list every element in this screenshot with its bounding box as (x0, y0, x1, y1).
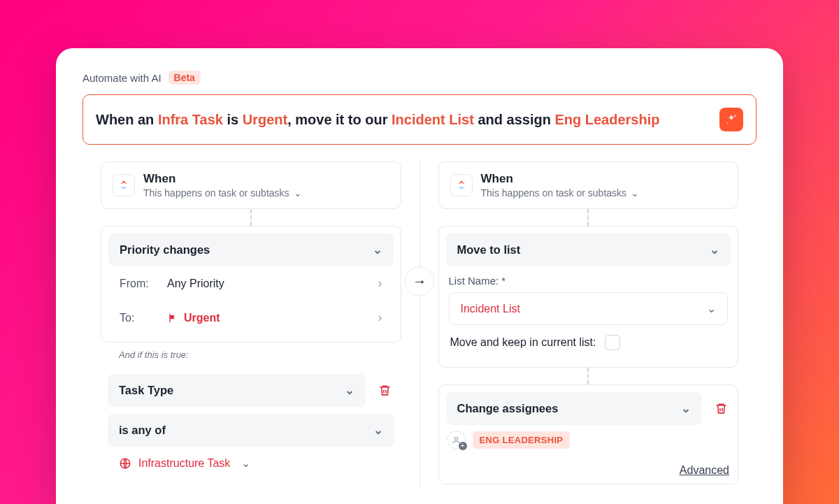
svg-point-3 (454, 437, 457, 440)
chevron-down-icon: ⌄ (631, 187, 639, 199)
when-title: When (481, 172, 640, 186)
beta-badge: Beta (168, 71, 201, 85)
keep-in-list-checkbox[interactable] (605, 335, 620, 350)
svg-point-0 (734, 115, 736, 117)
list-name-select[interactable]: Incident List ⌄ (449, 292, 729, 325)
condition-field-dropdown[interactable]: Task Type ⌄ (108, 374, 366, 407)
trigger-column: When This happens on task or subtasks⌄ P… (83, 161, 420, 487)
clickup-logo-icon (113, 174, 135, 196)
assignee-tag[interactable]: ENG LEADERSHIP (473, 431, 571, 449)
columns: When This happens on task or subtasks⌄ P… (83, 161, 756, 487)
chevron-down-icon: ⌄ (373, 243, 382, 257)
chevron-down-icon: ⌄ (373, 424, 383, 437)
trigger-type-dropdown[interactable]: Priority changes ⌄ (108, 233, 394, 266)
connector (587, 209, 589, 226)
chevron-down-icon: ⌄ (345, 384, 354, 397)
when-card[interactable]: When This happens on task or subtasks⌄ (101, 161, 401, 209)
list-name-label: List Name: * (449, 275, 729, 287)
change-assignees-card: Change assignees ⌄ ENG LEADERSHIP Advanc… (438, 384, 739, 484)
condition-header: And if this is true: (101, 343, 401, 367)
header-title: Automate with AI (83, 72, 162, 84)
column-divider: → (420, 161, 420, 487)
chevron-right-icon: › (378, 310, 382, 325)
delete-condition-button[interactable] (375, 381, 394, 400)
delete-action-button[interactable] (712, 399, 731, 418)
when-card[interactable]: When This happens on task or subtasks⌄ (438, 161, 739, 209)
advanced-link[interactable]: Advanced (680, 464, 729, 476)
when-subtitle: This happens on task or subtasks⌄ (481, 187, 640, 199)
action-type-dropdown[interactable]: Change assignees ⌄ (446, 392, 703, 425)
connector (587, 368, 589, 384)
arrow-right-icon: → (405, 266, 434, 296)
automation-panel: Automate with AI Beta When an Infra Task… (56, 48, 783, 504)
trigger-card: Priority changes ⌄ From: Any Priority › … (101, 226, 401, 343)
globe-icon (119, 457, 131, 470)
svg-point-1 (727, 123, 729, 124)
person-icon (452, 435, 461, 445)
chevron-down-icon: ⌄ (681, 402, 691, 415)
action-column: When This happens on task or subtasks⌄ M… (420, 161, 757, 487)
move-to-list-card: Move to list ⌄ List Name: * Incident Lis… (438, 226, 739, 368)
ai-prompt-input[interactable]: When an Infra Task is Urgent, move it to… (83, 94, 756, 145)
to-row[interactable]: To: Urgent › (108, 301, 394, 335)
chevron-right-icon: › (378, 276, 382, 291)
action-type-dropdown[interactable]: Move to list ⌄ (446, 233, 731, 266)
when-subtitle: This happens on task or subtasks⌄ (143, 187, 302, 199)
chevron-down-icon: ⌄ (707, 302, 716, 315)
header: Automate with AI Beta (83, 71, 756, 85)
flag-icon (167, 312, 178, 324)
chevron-down-icon: ⌄ (241, 456, 250, 470)
add-assignee-button[interactable] (447, 431, 466, 449)
condition-value[interactable]: Infrastructure Task ⌄ (108, 447, 394, 480)
connector (250, 209, 252, 226)
chevron-down-icon: ⌄ (710, 243, 719, 257)
ai-generate-button[interactable] (719, 108, 743, 131)
condition-operator-dropdown[interactable]: is any of ⌄ (108, 414, 394, 447)
ai-prompt-text: When an Infra Task is Urgent, move it to… (96, 112, 659, 128)
chevron-down-icon: ⌄ (294, 187, 302, 199)
from-row[interactable]: From: Any Priority › (108, 266, 394, 301)
trash-icon (715, 402, 728, 415)
sparkle-icon (725, 113, 738, 126)
condition-card: Task Type ⌄ is any of ⌄ Infrastructure T… (101, 367, 401, 487)
keep-in-list-row: Move and keep in current list: (449, 325, 729, 360)
clickup-logo-icon (450, 174, 473, 196)
when-title: When (143, 172, 302, 186)
trash-icon (378, 384, 392, 397)
